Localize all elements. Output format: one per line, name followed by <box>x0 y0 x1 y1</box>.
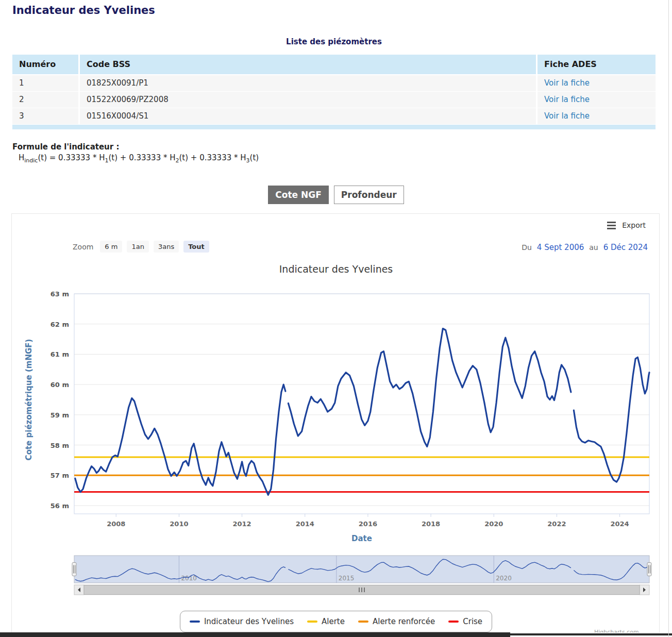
navigator-tick-label: 2020 <box>496 575 512 582</box>
export-button[interactable]: Export <box>607 221 646 229</box>
zoom-button-1an[interactable]: 1an <box>127 241 148 253</box>
window-bottom-bar <box>0 632 510 637</box>
series-line <box>574 357 649 482</box>
legend: Indicateur des YvelinesAlerteAlerte renf… <box>12 611 660 632</box>
piezometer-table: Numéro Code BSS Fiche ADES 1 01825X0091/… <box>12 55 656 129</box>
navigator-tick-label: 2010 <box>181 575 197 582</box>
highcharts-credit[interactable]: Highcharts.com <box>594 629 639 633</box>
to-label: au <box>589 243 598 252</box>
x-tick-label: 2022 <box>547 520 566 528</box>
legend-label: Alerte renforcée <box>373 617 435 626</box>
legend-item[interactable]: Alerte <box>307 617 345 626</box>
legend-label: Indicateur des Yvelines <box>204 617 294 626</box>
chart-canvas: 63 m62 m61 m60 m59 m58 m57 m56 m20082010… <box>12 214 660 633</box>
y-axis-title: Cote piézométrique (mNGF) <box>24 339 33 461</box>
table-header-row: Numéro Code BSS Fiche ADES <box>12 55 656 74</box>
y-tick-label: 59 m <box>51 411 69 419</box>
to-date-input[interactable]: 6 Déc 2024 <box>603 243 648 252</box>
formula-label: Formule de l'indicateur : <box>12 142 119 152</box>
column-header-numero: Numéro <box>12 55 78 74</box>
column-header-code-bss: Code BSS <box>80 55 536 74</box>
navigator-handle-right[interactable] <box>647 563 651 576</box>
piezometer-table-caption: Liste des piézomètres <box>12 37 656 46</box>
x-tick-label: 2020 <box>484 520 503 528</box>
x-tick-label: 2014 <box>296 520 314 528</box>
legend-label: Alerte <box>322 617 345 626</box>
x-tick-label: 2012 <box>232 520 251 528</box>
zoom-label: Zoom <box>73 243 93 251</box>
legend-swatch <box>190 621 200 623</box>
page: Indicateur des Yvelines Liste des piézom… <box>0 0 672 637</box>
plot-border <box>74 294 649 514</box>
cell-numero: 1 <box>12 75 78 91</box>
y-tick-label: 57 m <box>51 472 69 479</box>
zoom-button-3ans[interactable]: 3ans <box>154 241 179 253</box>
zoom-button-tout[interactable]: Tout <box>183 241 209 253</box>
view-toggle: Cote NGF Profondeur <box>0 186 672 204</box>
x-tick-label: 2016 <box>359 520 377 528</box>
legend-swatch <box>448 621 459 623</box>
table-footer-strip <box>12 125 656 129</box>
profondeur-button[interactable]: Profondeur <box>334 186 404 204</box>
cell-code-bss: 01516X0004/S1 <box>80 108 536 124</box>
cell-code-bss: 01825X0091/P1 <box>80 75 536 91</box>
window-right-edge <box>668 0 669 637</box>
table-row: 3 01516X0004/S1 Voir la fiche <box>12 108 656 124</box>
y-tick-label: 62 m <box>51 321 69 328</box>
table-row: 1 01825X0091/P1 Voir la fiche <box>12 75 656 91</box>
series-line <box>288 329 571 447</box>
series-line <box>75 384 285 495</box>
legend-swatch <box>307 621 317 623</box>
legend-label: Crise <box>463 617 482 626</box>
hamburger-menu-icon[interactable] <box>607 222 616 229</box>
x-tick-label: 2024 <box>610 520 629 528</box>
zoom-button-6m[interactable]: 6 m <box>100 241 122 253</box>
date-range-selector: Du 4 Sept 2006 au 6 Déc 2024 <box>522 243 648 252</box>
x-tick-label: 2010 <box>170 520 188 528</box>
legend-item[interactable]: Alerte renforcée <box>358 617 435 626</box>
fiche-ades-link[interactable]: Voir la fiche <box>544 111 590 121</box>
cote-ngf-button[interactable]: Cote NGF <box>268 186 329 204</box>
y-tick-label: 61 m <box>51 350 69 358</box>
cell-numero: 3 <box>12 108 78 124</box>
x-axis-title: Date <box>351 534 372 543</box>
legend-item[interactable]: Indicateur des Yvelines <box>190 617 294 626</box>
page-title: Indicateur des Yvelines <box>12 4 155 16</box>
y-tick-label: 56 m <box>51 502 69 510</box>
from-date-input[interactable]: 4 Sept 2006 <box>537 243 584 252</box>
chart-widget: 63 m62 m61 m60 m59 m58 m57 m56 m20082010… <box>11 213 660 633</box>
y-tick-label: 58 m <box>51 442 69 449</box>
export-label: Export <box>622 221 646 229</box>
navigator-mask[interactable] <box>74 556 649 583</box>
navigator-handle-left[interactable] <box>72 563 76 576</box>
legend-item[interactable]: Crise <box>448 617 482 626</box>
from-label: Du <box>522 243 532 252</box>
legend-swatch <box>358 621 368 623</box>
navigator-tick-label: 2015 <box>339 575 355 582</box>
formula-expression: Hindic(t) = 0.33333 * H1(t) + 0.33333 * … <box>19 153 259 164</box>
fiche-ades-link[interactable]: Voir la fiche <box>544 95 590 104</box>
x-tick-label: 2008 <box>107 520 125 528</box>
cell-code-bss: 01522X0069/PZ2008 <box>80 92 536 108</box>
table-row: 2 01522X0069/PZ2008 Voir la fiche <box>12 92 656 108</box>
x-tick-label: 2018 <box>422 520 440 528</box>
fiche-ades-link[interactable]: Voir la fiche <box>544 78 590 88</box>
cell-numero: 2 <box>12 92 78 108</box>
y-tick-label: 60 m <box>51 381 69 389</box>
window-bottom-edge <box>510 633 672 635</box>
zoom-range-buttons: Zoom 6 m 1an 3ans Tout <box>73 241 209 253</box>
y-tick-label: 63 m <box>51 290 69 298</box>
chart-title: Indicateur des Yvelines <box>12 263 660 275</box>
column-header-fiche-ades: Fiche ADES <box>537 55 656 74</box>
